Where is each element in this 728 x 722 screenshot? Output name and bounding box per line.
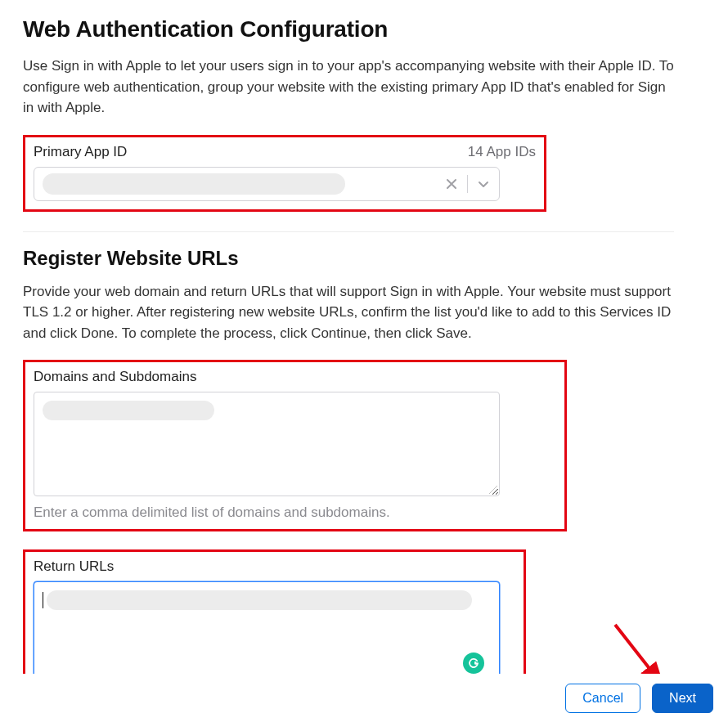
return-urls-textarea[interactable] [34,581,500,674]
annotation-box-return-urls: Return URLs Enter a comma delimited list… [23,549,526,674]
annotation-box-domains: Domains and Subdomains Enter a comma del… [23,360,567,531]
annotation-box-primary-app-id: Primary App ID 14 App IDs [23,135,546,212]
clear-icon[interactable] [443,175,461,193]
register-urls-title: Register Website URLs [23,247,674,270]
domains-hint: Enter a comma delimited list of domains … [34,505,556,521]
primary-app-id-value-redacted [43,173,345,195]
domains-value-redacted [43,401,214,420]
primary-app-id-select[interactable] [34,167,500,201]
return-urls-label: Return URLs [34,558,515,575]
primary-app-id-count: 14 App IDs [468,144,536,160]
modal-footer: Cancel Next [0,674,728,722]
primary-app-id-label: Primary App ID [34,144,127,160]
page-title: Web Authentication Configuration [23,16,674,43]
return-urls-value-redacted [47,590,472,610]
cancel-button[interactable]: Cancel [565,684,640,713]
grammarly-icon[interactable] [463,652,484,674]
next-button[interactable]: Next [652,684,713,713]
domains-textarea[interactable] [34,392,500,496]
page-intro: Use Sign in with Apple to let your users… [23,56,674,119]
chevron-down-icon[interactable] [474,175,492,193]
text-caret [43,592,43,608]
select-divider [467,175,468,193]
resize-handle-icon[interactable] [488,484,497,494]
domains-label: Domains and Subdomains [34,369,556,385]
section-divider [23,231,674,232]
register-urls-intro: Provide your web domain and return URLs … [23,281,674,344]
modal-scroll-area[interactable]: Web Authentication Configuration Use Sig… [0,0,728,674]
